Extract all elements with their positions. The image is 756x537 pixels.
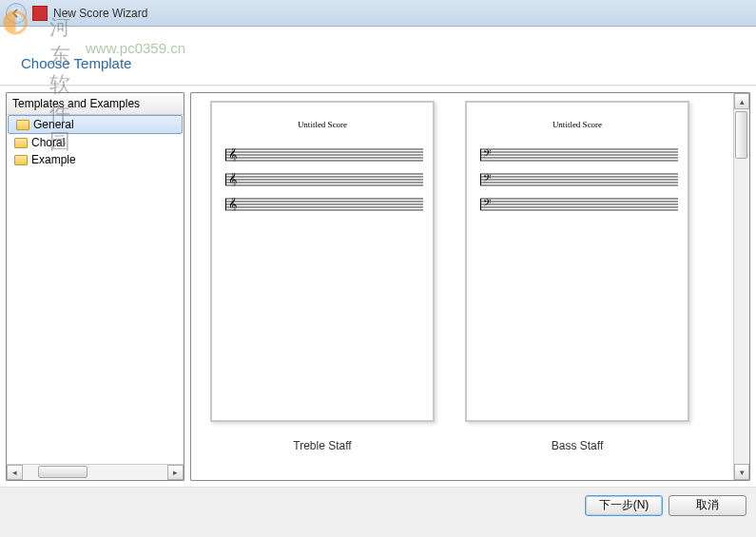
folder-icon xyxy=(14,138,28,148)
score-title: Untitled Score xyxy=(298,120,347,129)
templates-panel: Untitled Score 𝄞 𝄞 𝄞 Treble Staff Untitl… xyxy=(190,92,750,481)
next-button[interactable]: 下一步(N) xyxy=(585,495,663,516)
staff-line: 𝄢 xyxy=(480,173,674,186)
tree-item-label: Example xyxy=(31,153,76,166)
window-titlebar: New Score Wizard xyxy=(0,0,756,27)
template-card-bass[interactable]: Untitled Score 𝄢 𝄢 𝄢 Bass Staff xyxy=(454,101,701,472)
tree-item-label: General xyxy=(33,118,74,131)
tree-item-example[interactable]: Example xyxy=(7,151,184,168)
window-title: New Score Wizard xyxy=(53,7,147,20)
page-title: Choose Template xyxy=(21,55,735,71)
svg-text:𝄞: 𝄞 xyxy=(228,198,237,211)
template-categories-panel: Templates and Examples General Choral Ex… xyxy=(6,92,184,481)
staff-line: 𝄞 xyxy=(225,173,419,186)
svg-text:𝄢: 𝄢 xyxy=(483,173,491,186)
scroll-thumb[interactable] xyxy=(38,466,87,478)
scroll-down-arrow[interactable]: ▾ xyxy=(734,464,749,480)
svg-text:𝄢: 𝄢 xyxy=(483,198,491,211)
folder-icon xyxy=(14,155,28,165)
svg-text:𝄢: 𝄢 xyxy=(483,148,491,162)
scroll-up-arrow[interactable]: ▴ xyxy=(734,93,749,109)
scroll-left-arrow[interactable]: ◂ xyxy=(7,465,23,480)
horizontal-scrollbar[interactable]: ◂ ▸ xyxy=(7,464,184,480)
template-preview: Untitled Score 𝄞 𝄞 𝄞 xyxy=(210,101,435,422)
template-label: Treble Staff xyxy=(293,439,351,452)
svg-text:𝄞: 𝄞 xyxy=(228,173,237,186)
tree-item-general[interactable]: General xyxy=(8,115,183,134)
score-title: Untitled Score xyxy=(552,120,602,129)
cancel-button[interactable]: 取消 xyxy=(669,495,746,516)
tree-item-label: Choral xyxy=(31,136,65,149)
template-label: Bass Staff xyxy=(552,439,603,452)
svg-text:𝄞: 𝄞 xyxy=(228,148,237,162)
scroll-track[interactable] xyxy=(734,109,749,464)
staff-line: 𝄞 xyxy=(225,148,419,162)
tree-item-choral[interactable]: Choral xyxy=(7,134,184,151)
back-button[interactable] xyxy=(6,3,27,24)
staff-line: 𝄞 xyxy=(225,198,419,211)
staff-line: 𝄢 xyxy=(480,198,674,211)
staff-line: 𝄢 xyxy=(480,148,674,162)
wizard-header: Choose Template xyxy=(0,27,756,86)
scroll-thumb[interactable] xyxy=(735,111,747,159)
template-preview: Untitled Score 𝄢 𝄢 𝄢 xyxy=(465,101,689,422)
folder-icon xyxy=(16,120,29,130)
template-card-treble[interactable]: Untitled Score 𝄞 𝄞 𝄞 Treble Staff xyxy=(199,101,446,472)
wizard-content: Templates and Examples General Choral Ex… xyxy=(0,86,756,487)
tree-header: Templates and Examples xyxy=(7,93,184,115)
scroll-track[interactable] xyxy=(23,465,167,480)
tree-items: General Choral Example xyxy=(7,115,184,464)
vertical-scrollbar[interactable]: ▴ ▾ xyxy=(733,93,749,480)
wizard-footer: 下一步(N) 取消 xyxy=(0,487,756,523)
app-icon xyxy=(32,6,48,21)
scroll-right-arrow[interactable]: ▸ xyxy=(167,465,184,480)
